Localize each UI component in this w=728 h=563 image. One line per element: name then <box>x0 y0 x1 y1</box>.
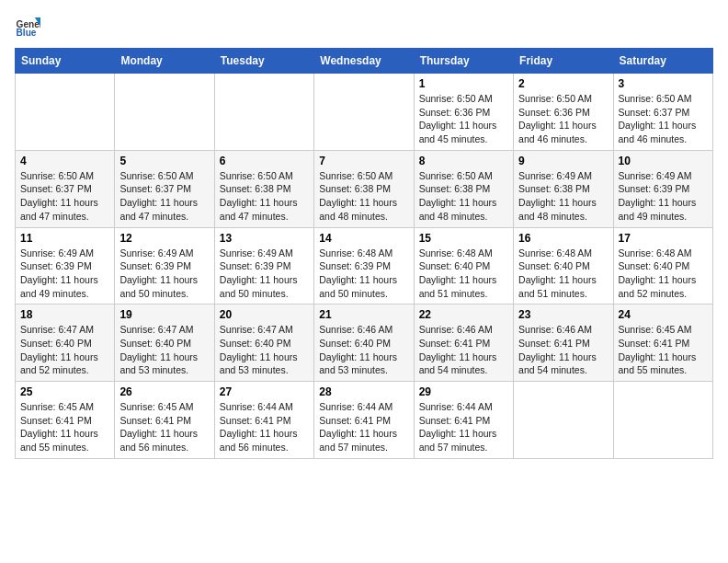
calendar-cell: 29Sunrise: 6:44 AM Sunset: 6:41 PM Dayli… <box>414 382 513 459</box>
calendar-cell: 24Sunrise: 6:45 AM Sunset: 6:41 PM Dayli… <box>613 304 712 382</box>
day-info: Sunrise: 6:50 AM Sunset: 6:37 PM Dayligh… <box>619 92 708 146</box>
day-info: Sunrise: 6:50 AM Sunset: 6:38 PM Dayligh… <box>220 169 309 224</box>
day-number: 20 <box>220 308 309 321</box>
calendar-cell: 26Sunrise: 6:45 AM Sunset: 6:41 PM Dayli… <box>115 382 214 459</box>
calendar-cell <box>214 74 313 151</box>
day-number: 27 <box>220 385 309 398</box>
calendar-cell: 10Sunrise: 6:49 AM Sunset: 6:39 PM Dayli… <box>613 150 712 227</box>
day-info: Sunrise: 6:49 AM Sunset: 6:38 PM Dayligh… <box>518 169 608 224</box>
day-number: 25 <box>20 385 109 398</box>
calendar-cell: 14Sunrise: 6:48 AM Sunset: 6:39 PM Dayli… <box>314 227 414 304</box>
day-info: Sunrise: 6:45 AM Sunset: 6:41 PM Dayligh… <box>119 400 209 454</box>
day-number: 15 <box>419 232 508 245</box>
calendar-cell: 20Sunrise: 6:47 AM Sunset: 6:40 PM Dayli… <box>214 304 313 382</box>
day-info: Sunrise: 6:49 AM Sunset: 6:39 PM Dayligh… <box>119 247 209 301</box>
calendar-cell: 28Sunrise: 6:44 AM Sunset: 6:41 PM Dayli… <box>314 382 414 459</box>
calendar-cell <box>16 74 115 151</box>
calendar-cell: 27Sunrise: 6:44 AM Sunset: 6:41 PM Dayli… <box>214 382 313 459</box>
calendar-cell: 17Sunrise: 6:48 AM Sunset: 6:40 PM Dayli… <box>613 227 712 304</box>
calendar-table: SundayMondayTuesdayWednesdayThursdayFrid… <box>15 48 713 459</box>
calendar-cell: 3Sunrise: 6:50 AM Sunset: 6:37 PM Daylig… <box>613 74 712 151</box>
day-info: Sunrise: 6:45 AM Sunset: 6:41 PM Dayligh… <box>20 400 109 454</box>
day-number: 2 <box>518 77 608 90</box>
day-number: 12 <box>119 232 209 245</box>
day-number: 11 <box>20 232 109 245</box>
calendar-cell: 4Sunrise: 6:50 AM Sunset: 6:37 PM Daylig… <box>16 150 115 227</box>
day-number: 7 <box>319 155 408 167</box>
calendar-cell: 23Sunrise: 6:46 AM Sunset: 6:41 PM Dayli… <box>514 304 613 382</box>
day-info: Sunrise: 6:44 AM Sunset: 6:41 PM Dayligh… <box>319 400 408 454</box>
logo-icon: General Blue <box>15 15 40 40</box>
logo: General Blue <box>15 15 44 40</box>
calendar-cell: 16Sunrise: 6:48 AM Sunset: 6:40 PM Dayli… <box>514 227 613 304</box>
weekday-header: Tuesday <box>214 49 313 74</box>
calendar-week-row: 11Sunrise: 6:49 AM Sunset: 6:39 PM Dayli… <box>16 227 713 304</box>
day-number: 6 <box>220 155 309 167</box>
day-number: 19 <box>119 308 209 321</box>
weekday-header: Sunday <box>16 49 115 74</box>
weekday-header: Wednesday <box>314 49 414 74</box>
day-info: Sunrise: 6:48 AM Sunset: 6:40 PM Dayligh… <box>419 247 508 301</box>
day-info: Sunrise: 6:44 AM Sunset: 6:41 PM Dayligh… <box>419 400 508 454</box>
day-number: 9 <box>518 155 608 167</box>
day-number: 4 <box>20 155 109 167</box>
weekday-header: Monday <box>115 49 214 74</box>
day-number: 23 <box>518 308 608 321</box>
day-info: Sunrise: 6:49 AM Sunset: 6:39 PM Dayligh… <box>619 169 708 224</box>
weekday-header: Friday <box>514 49 613 74</box>
day-info: Sunrise: 6:50 AM Sunset: 6:36 PM Dayligh… <box>419 92 508 146</box>
day-info: Sunrise: 6:46 AM Sunset: 6:41 PM Dayligh… <box>518 323 608 377</box>
day-info: Sunrise: 6:44 AM Sunset: 6:41 PM Dayligh… <box>220 400 309 454</box>
calendar-body: 1Sunrise: 6:50 AM Sunset: 6:36 PM Daylig… <box>16 74 713 459</box>
calendar-cell: 9Sunrise: 6:49 AM Sunset: 6:38 PM Daylig… <box>514 150 613 227</box>
calendar-cell: 11Sunrise: 6:49 AM Sunset: 6:39 PM Dayli… <box>16 227 115 304</box>
calendar-cell <box>613 382 712 459</box>
day-number: 3 <box>619 77 708 90</box>
day-info: Sunrise: 6:46 AM Sunset: 6:40 PM Dayligh… <box>319 323 408 377</box>
day-number: 24 <box>619 308 708 321</box>
day-number: 28 <box>319 385 408 398</box>
day-number: 8 <box>419 155 508 167</box>
day-info: Sunrise: 6:49 AM Sunset: 6:39 PM Dayligh… <box>20 247 109 301</box>
calendar-week-row: 4Sunrise: 6:50 AM Sunset: 6:37 PM Daylig… <box>16 150 713 227</box>
calendar-cell: 2Sunrise: 6:50 AM Sunset: 6:36 PM Daylig… <box>514 74 613 151</box>
weekday-header: Saturday <box>613 49 712 74</box>
calendar-header: SundayMondayTuesdayWednesdayThursdayFrid… <box>16 49 713 74</box>
calendar-cell: 22Sunrise: 6:46 AM Sunset: 6:41 PM Dayli… <box>414 304 513 382</box>
calendar-cell: 8Sunrise: 6:50 AM Sunset: 6:38 PM Daylig… <box>414 150 513 227</box>
day-number: 17 <box>619 232 708 245</box>
calendar-cell: 18Sunrise: 6:47 AM Sunset: 6:40 PM Dayli… <box>16 304 115 382</box>
day-info: Sunrise: 6:46 AM Sunset: 6:41 PM Dayligh… <box>419 323 508 377</box>
day-info: Sunrise: 6:50 AM Sunset: 6:38 PM Dayligh… <box>419 169 508 224</box>
calendar-cell: 5Sunrise: 6:50 AM Sunset: 6:37 PM Daylig… <box>115 150 214 227</box>
day-number: 29 <box>419 385 508 398</box>
day-number: 5 <box>119 155 209 167</box>
day-number: 13 <box>220 232 309 245</box>
day-info: Sunrise: 6:47 AM Sunset: 6:40 PM Dayligh… <box>119 323 209 377</box>
day-info: Sunrise: 6:48 AM Sunset: 6:40 PM Dayligh… <box>619 247 708 301</box>
day-info: Sunrise: 6:50 AM Sunset: 6:37 PM Dayligh… <box>20 169 109 224</box>
calendar-week-row: 1Sunrise: 6:50 AM Sunset: 6:36 PM Daylig… <box>16 74 713 151</box>
calendar-cell: 15Sunrise: 6:48 AM Sunset: 6:40 PM Dayli… <box>414 227 513 304</box>
calendar-week-row: 18Sunrise: 6:47 AM Sunset: 6:40 PM Dayli… <box>16 304 713 382</box>
day-number: 14 <box>319 232 408 245</box>
calendar-cell: 6Sunrise: 6:50 AM Sunset: 6:38 PM Daylig… <box>214 150 313 227</box>
calendar-cell <box>314 74 414 151</box>
calendar-cell: 7Sunrise: 6:50 AM Sunset: 6:38 PM Daylig… <box>314 150 414 227</box>
weekday-header: Thursday <box>414 49 513 74</box>
day-info: Sunrise: 6:50 AM Sunset: 6:38 PM Dayligh… <box>319 169 408 224</box>
calendar-cell <box>514 382 613 459</box>
day-info: Sunrise: 6:50 AM Sunset: 6:37 PM Dayligh… <box>119 169 209 224</box>
calendar-cell: 19Sunrise: 6:47 AM Sunset: 6:40 PM Dayli… <box>115 304 214 382</box>
calendar-cell: 13Sunrise: 6:49 AM Sunset: 6:39 PM Dayli… <box>214 227 313 304</box>
day-number: 1 <box>419 77 508 90</box>
day-number: 21 <box>319 308 408 321</box>
day-info: Sunrise: 6:49 AM Sunset: 6:39 PM Dayligh… <box>220 247 309 301</box>
day-info: Sunrise: 6:48 AM Sunset: 6:39 PM Dayligh… <box>319 247 408 301</box>
weekday-row: SundayMondayTuesdayWednesdayThursdayFrid… <box>16 49 713 74</box>
day-info: Sunrise: 6:47 AM Sunset: 6:40 PM Dayligh… <box>220 323 309 377</box>
day-number: 18 <box>20 308 109 321</box>
calendar-cell: 12Sunrise: 6:49 AM Sunset: 6:39 PM Dayli… <box>115 227 214 304</box>
day-number: 22 <box>419 308 508 321</box>
calendar-cell: 1Sunrise: 6:50 AM Sunset: 6:36 PM Daylig… <box>414 74 513 151</box>
